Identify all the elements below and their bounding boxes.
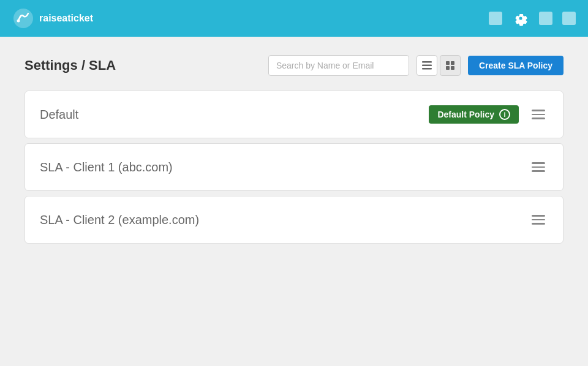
sla-card-default: Default Default Policy i [24, 91, 564, 138]
svg-point-1 [17, 20, 20, 23]
default-policy-badge: Default Policy i [429, 105, 519, 124]
header-actions [489, 10, 576, 27]
default-badge-label: Default Policy [437, 110, 494, 119]
sla-menu-button-client1[interactable] [529, 157, 548, 177]
app-header: raiseaticket [0, 0, 588, 37]
svg-rect-8 [451, 66, 454, 70]
sla-name-default: Default [40, 108, 78, 122]
view-toggle [417, 55, 461, 76]
sla-menu-button-client2[interactable] [529, 210, 548, 230]
logo-text: raiseaticket [39, 13, 93, 24]
sla-name-client1: SLA - Client 1 (abc.com) [40, 160, 173, 174]
svg-rect-3 [422, 65, 432, 67]
create-sla-policy-button[interactable]: Create SLA Policy [468, 56, 564, 75]
list-view-button[interactable] [417, 55, 437, 76]
sla-menu-button-default[interactable] [529, 105, 548, 124]
search-input[interactable] [268, 55, 409, 76]
svg-rect-4 [422, 68, 432, 70]
header-square-icon-1[interactable] [539, 12, 552, 25]
svg-rect-5 [446, 61, 450, 65]
sla-policy-list: Default Default Policy i SLA - Client 1 … [24, 91, 564, 244]
main-content: Settings / SLA Create SLA Policy [0, 37, 588, 262]
page-title: Settings / SLA [24, 58, 261, 73]
svg-rect-6 [451, 61, 454, 65]
sla-card-client2: SLA - Client 2 (example.com) [24, 196, 564, 244]
sla-card-client1: SLA - Client 1 (abc.com) [24, 143, 564, 191]
grid-view-button[interactable] [440, 55, 461, 76]
svg-rect-7 [446, 66, 450, 70]
svg-point-0 [13, 9, 33, 28]
sla-right-client1 [529, 157, 548, 177]
sla-right-default: Default Policy i [429, 105, 548, 124]
svg-rect-2 [422, 61, 432, 63]
sla-right-client2 [529, 210, 548, 230]
gear-icon[interactable] [512, 10, 529, 27]
top-bar: Settings / SLA Create SLA Policy [24, 55, 564, 76]
info-icon: i [499, 109, 510, 120]
header-square-icon-2[interactable] [562, 12, 576, 25]
grid-small-icon[interactable] [489, 12, 502, 25]
logo-icon [12, 7, 34, 29]
sla-name-client2: SLA - Client 2 (example.com) [40, 213, 199, 227]
logo: raiseaticket [12, 7, 93, 29]
